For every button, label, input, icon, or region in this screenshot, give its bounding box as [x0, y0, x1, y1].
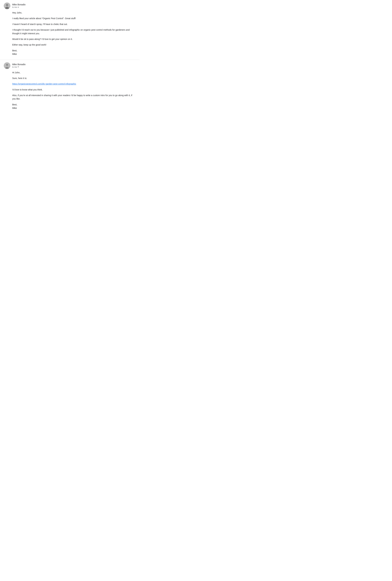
chevron-down-icon-1	[17, 7, 19, 8]
body-para-2-3: I’d love to know what you think.	[12, 88, 136, 92]
svg-point-3	[6, 4, 8, 6]
email-actions-2	[116, 62, 136, 68]
email-message-2: Mike Bonadio to me	[0, 60, 140, 114]
body-para-1-6: Best, Mike	[12, 49, 136, 56]
body-para-2-0: Hi John,	[12, 71, 136, 74]
email-header-1: Mike Bonadio to me	[4, 2, 136, 9]
email-thread: Mike Bonadio to me	[0, 0, 140, 114]
body-para-1-2: I haven’t heard of starch spray, I’ll ha…	[12, 22, 136, 26]
body-para-1-0: Hey John,	[12, 11, 136, 14]
body-para-2-5: Best, Mike	[12, 103, 136, 110]
more-button-1[interactable]	[130, 2, 136, 8]
body-para-1-3: I thought I’d reach out to you because I…	[12, 28, 136, 35]
email-body-1: Hey John, I really liked your article ab…	[4, 11, 136, 56]
sender-info-2: Mike Bonadio to me	[4, 62, 25, 69]
more-button-2[interactable]	[130, 62, 136, 68]
reply-button-2[interactable]	[123, 62, 129, 68]
star-button-2[interactable]	[116, 62, 122, 68]
body-para-1-1: I really liked your article about “Organ…	[12, 17, 136, 20]
body-para-2-4: Also, if you’re at all interested in sha…	[12, 94, 136, 101]
body-para-1-5: Either way, keep up the good work!	[12, 43, 136, 46]
infographic-link[interactable]: https://organicpestcontrol.com/diy-garde…	[12, 82, 76, 85]
avatar-2	[4, 62, 10, 69]
email-header-2: Mike Bonadio to me	[4, 62, 136, 69]
sender-details-1: Mike Bonadio to me	[12, 3, 25, 8]
to-me-1[interactable]: to me	[12, 6, 25, 8]
body-link-2: https://organicpestcontrol.com/diy-garde…	[12, 82, 136, 86]
reply-button-1[interactable]	[123, 2, 129, 8]
email-body-2: Hi John, Sure, here it is: https://organ…	[4, 71, 136, 110]
chevron-down-icon-2	[17, 66, 19, 67]
svg-point-9	[6, 64, 8, 66]
email-actions-1	[116, 2, 136, 8]
avatar-1	[4, 2, 10, 9]
sender-info-1: Mike Bonadio to me	[4, 2, 25, 9]
email-message-1: Mike Bonadio to me	[0, 0, 140, 60]
star-button-1[interactable]	[116, 2, 122, 8]
sender-name-1: Mike Bonadio	[12, 3, 25, 6]
sender-details-2: Mike Bonadio to me	[12, 63, 25, 68]
body-para-2-1: Sure, here it is:	[12, 76, 136, 80]
to-me-2[interactable]: to me	[12, 66, 25, 68]
body-para-1-4: Would it be ok to pass along? I’d love t…	[12, 37, 136, 41]
sender-name-2: Mike Bonadio	[12, 63, 25, 66]
